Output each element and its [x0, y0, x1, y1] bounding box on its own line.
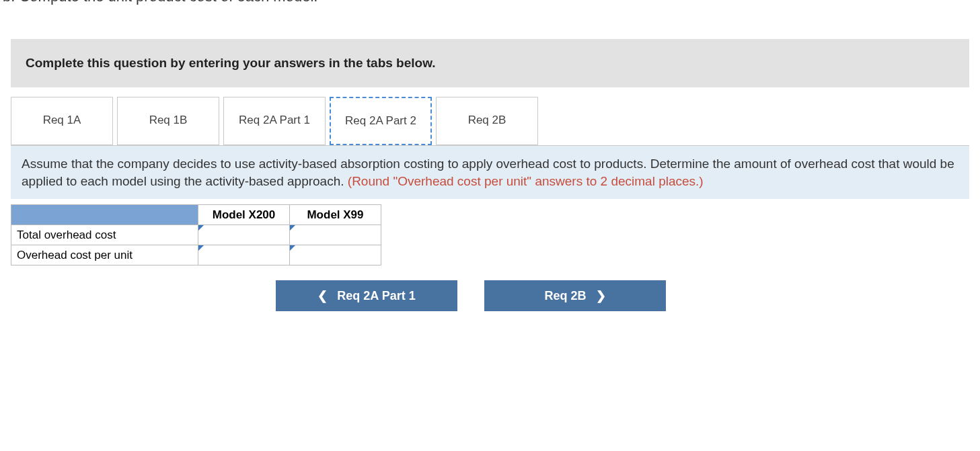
tabs-container: Req 1A Req 1B Req 2A Part 1 Req 2A Part …	[11, 97, 980, 145]
tab-label: Req 1A	[43, 114, 81, 126]
input-overhead-per-unit-x99[interactable]	[290, 245, 381, 265]
col-header-model-x200: Model X200	[198, 205, 290, 225]
tab-req-1b[interactable]: Req 1B	[117, 97, 219, 145]
chevron-left-icon: ❮	[317, 288, 328, 303]
prev-button[interactable]: ❮ Req 2A Part 1	[276, 280, 457, 311]
row-label-overhead-per-unit: Overhead cost per unit	[11, 245, 198, 265]
prompt-rounding-note: (Round "Overhead cost per unit" answers …	[348, 174, 704, 188]
tab-label: Req 2B	[468, 114, 506, 126]
tab-label: Req 1B	[149, 114, 188, 126]
answer-table: Model X200 Model X99 Total overhead cost…	[11, 204, 381, 265]
next-button-label: Req 2B	[544, 289, 586, 303]
header-blank-cell	[11, 205, 198, 225]
instruction-text: Complete this question by entering your …	[26, 56, 436, 70]
col-header-model-x99: Model X99	[290, 205, 381, 225]
instruction-banner: Complete this question by entering your …	[11, 39, 969, 87]
tab-req-2a-part-1[interactable]: Req 2A Part 1	[223, 97, 326, 145]
tab-req-1a[interactable]: Req 1A	[11, 97, 113, 145]
tab-req-2a-part-2[interactable]: Req 2A Part 2	[330, 97, 432, 145]
tab-req-2b[interactable]: Req 2B	[436, 97, 538, 145]
input-total-overhead-x200[interactable]	[198, 225, 290, 245]
tab-label: Req 2A Part 2	[345, 114, 416, 127]
next-button[interactable]: Req 2B ❯	[484, 280, 666, 311]
question-part-b-text: b. Compute the unit product cost of each…	[3, 0, 317, 5]
tab-label: Req 2A Part 1	[239, 114, 310, 126]
table-row: Total overhead cost	[11, 225, 381, 245]
chevron-right-icon: ❯	[596, 288, 606, 303]
table-header-row: Model X200 Model X99	[11, 205, 381, 225]
question-prompt: Assume that the company decides to use a…	[11, 145, 969, 199]
input-total-overhead-x99[interactable]	[290, 225, 381, 245]
question-part-b: b. Compute the unit product cost of each…	[0, 0, 980, 9]
prev-button-label: Req 2A Part 1	[337, 289, 415, 303]
table-row: Overhead cost per unit	[11, 245, 381, 265]
input-overhead-per-unit-x200[interactable]	[198, 245, 290, 265]
row-label-total-overhead: Total overhead cost	[11, 225, 198, 245]
nav-button-row: ❮ Req 2A Part 1 Req 2B ❯	[276, 280, 980, 311]
